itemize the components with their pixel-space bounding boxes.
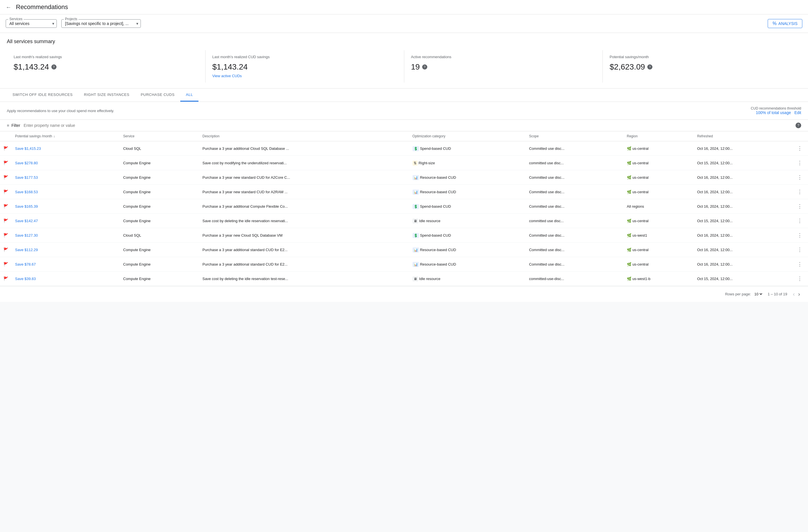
analysis-button[interactable]: % ANALYSIS bbox=[768, 19, 802, 28]
table-row: 🚩 Save $177.53 Compute Engine Purchase a… bbox=[0, 170, 808, 185]
table-row: 🚩 Save $278.80 Compute Engine Save cost … bbox=[0, 156, 808, 170]
flag-icon: 🚩 bbox=[3, 204, 8, 209]
tabs: SWITCH OFF IDLE RESOURCES RIGHT SIZE INS… bbox=[0, 89, 808, 101]
tab-all[interactable]: ALL bbox=[180, 89, 199, 101]
optimization-cell: 🖥 Idle resource bbox=[409, 271, 526, 286]
pagination: Rows per page: 10 25 50 1 – 10 of 19 ‹ › bbox=[0, 286, 808, 302]
optimization-cell: 📊 Resource-based CUD bbox=[409, 170, 526, 185]
th-region: Region bbox=[623, 131, 694, 141]
projects-label: Projects bbox=[64, 17, 78, 21]
rows-per-page-select[interactable]: 10 25 50 bbox=[753, 292, 763, 297]
page-title: Recommendations bbox=[16, 3, 68, 11]
summary-card-potential-savings: Potential savings/month $2,623.09 ? bbox=[603, 50, 801, 82]
table-row: 🚩 Save $39.83 Compute Engine Save cost b… bbox=[0, 271, 808, 286]
service-cell: Compute Engine bbox=[120, 156, 199, 170]
scope-cell: Committed use disc... bbox=[526, 243, 623, 257]
scope-cell: Committed use disc... bbox=[526, 141, 623, 156]
save-link[interactable]: Save $1,415.23 bbox=[15, 147, 41, 151]
more-options-button[interactable]: ⋮ bbox=[795, 231, 805, 240]
info-icon[interactable]: ? bbox=[647, 64, 653, 70]
savings-cell: Save $177.53 bbox=[12, 170, 120, 185]
summary-title: All services summary bbox=[7, 39, 801, 44]
more-options-button[interactable]: ⋮ bbox=[795, 260, 805, 268]
tab-purchase-cuds[interactable]: PURCHASE CUDS bbox=[135, 89, 180, 101]
projects-value: [Savings not specific to a project], ... bbox=[65, 21, 129, 26]
actions-cell: ⋮ bbox=[791, 141, 808, 156]
flag-icon: 🚩 bbox=[3, 175, 8, 179]
more-options-button[interactable]: ⋮ bbox=[795, 188, 805, 196]
tabs-section: SWITCH OFF IDLE RESOURCES RIGHT SIZE INS… bbox=[0, 89, 808, 102]
save-link[interactable]: Save $127.30 bbox=[15, 233, 38, 238]
more-options-button[interactable]: ⋮ bbox=[795, 158, 805, 167]
projects-select[interactable]: Projects [Savings not specific to a proj… bbox=[61, 19, 141, 28]
card-label-realized-savings: Last month's realized savings bbox=[14, 55, 199, 59]
refreshed-cell: Oct 16, 2024, 12:00... bbox=[694, 170, 791, 185]
save-link[interactable]: Save $168.53 bbox=[15, 190, 38, 194]
card-value-potential-savings: $2,623.09 ? bbox=[609, 62, 794, 72]
tab-switch-off-idle[interactable]: SWITCH OFF IDLE RESOURCES bbox=[7, 89, 78, 101]
more-options-button[interactable]: ⋮ bbox=[795, 202, 805, 211]
flag-cell: 🚩 bbox=[0, 271, 12, 286]
region-cell: 🌿 us-central bbox=[623, 170, 694, 185]
flag-cell: 🚩 bbox=[0, 199, 12, 214]
save-link[interactable]: Save $112.29 bbox=[15, 248, 38, 252]
threshold-edit-link[interactable]: Edit bbox=[794, 110, 801, 115]
description-cell: Purchase a 3 year additional standard CU… bbox=[199, 257, 409, 271]
more-options-button[interactable]: ⋮ bbox=[795, 216, 805, 225]
th-description: Description bbox=[199, 131, 409, 141]
table-row: 🚩 Save $168.53 Compute Engine Purchase a… bbox=[0, 185, 808, 199]
service-cell: Compute Engine bbox=[120, 185, 199, 199]
save-link[interactable]: Save $142.47 bbox=[15, 219, 38, 223]
save-link[interactable]: Save $39.83 bbox=[15, 277, 36, 281]
filter-input[interactable] bbox=[23, 123, 795, 128]
more-options-button[interactable]: ⋮ bbox=[795, 144, 805, 153]
optimization-cell: ⇅ Right-size bbox=[409, 156, 526, 170]
page-info: 1 – 10 of 19 bbox=[768, 292, 787, 296]
more-options-button[interactable]: ⋮ bbox=[795, 173, 805, 182]
region-cell: 🌿 us-central bbox=[623, 141, 694, 156]
flag-icon: 🚩 bbox=[3, 160, 8, 165]
back-button[interactable]: ← bbox=[6, 4, 11, 11]
refreshed-cell: Oct 15, 2024, 12:00... bbox=[694, 156, 791, 170]
table-row: 🚩 Save $78.67 Compute Engine Purchase a … bbox=[0, 257, 808, 271]
actions-cell: ⋮ bbox=[791, 185, 808, 199]
analysis-icon: % bbox=[772, 21, 776, 26]
th-scope: Scope bbox=[526, 131, 623, 141]
help-icon[interactable]: ? bbox=[795, 122, 801, 128]
flag-icon: 🚩 bbox=[3, 262, 8, 266]
scope-cell: Committed use disc... bbox=[526, 185, 623, 199]
scope-cell: committed use disc... bbox=[526, 214, 623, 228]
card-value-active-rec: 19 ? bbox=[411, 62, 596, 72]
services-select[interactable]: Services All services ▾ bbox=[6, 19, 57, 28]
th-savings[interactable]: Potential savings /month ↓ bbox=[12, 131, 120, 141]
more-options-button[interactable]: ⋮ bbox=[795, 245, 805, 254]
tab-right-size[interactable]: RIGHT SIZE INSTANCES bbox=[78, 89, 135, 101]
service-cell: Compute Engine bbox=[120, 199, 199, 214]
region-cell: 🌿 us-central bbox=[623, 257, 694, 271]
prev-page-button[interactable]: ‹ bbox=[792, 290, 796, 299]
service-cell: Cloud SQL bbox=[120, 141, 199, 156]
more-options-button[interactable]: ⋮ bbox=[795, 274, 805, 283]
info-icon[interactable]: ? bbox=[422, 64, 427, 70]
description-cell: Purchase a 3 year new standard CUD for A… bbox=[199, 170, 409, 185]
region-cell: 🌿 us-central bbox=[623, 185, 694, 199]
filter-bar: ≡ Filter ? bbox=[0, 120, 808, 131]
analysis-label: ANALYSIS bbox=[778, 21, 797, 26]
view-active-cuds-link[interactable]: View active CUDs bbox=[213, 74, 397, 78]
service-cell: Compute Engine bbox=[120, 271, 199, 286]
save-link[interactable]: Save $177.53 bbox=[15, 175, 38, 179]
flag-cell: 🚩 bbox=[0, 156, 12, 170]
chevron-down-icon: ▾ bbox=[136, 21, 138, 26]
save-link[interactable]: Save $78.67 bbox=[15, 262, 36, 266]
save-link[interactable]: Save $278.80 bbox=[15, 161, 38, 165]
next-page-button[interactable]: › bbox=[797, 290, 801, 299]
description-cell: Save cost by deleting the idle reservati… bbox=[199, 214, 409, 228]
content-area: Apply recommendations to use your cloud … bbox=[0, 102, 808, 302]
info-icon[interactable]: ? bbox=[51, 64, 56, 70]
optimization-cell: 💲 Spend-based CUD bbox=[409, 141, 526, 156]
optimization-cell: 💲 Spend-based CUD bbox=[409, 199, 526, 214]
save-link[interactable]: Save $165.39 bbox=[15, 204, 38, 209]
flag-cell: 🚩 bbox=[0, 185, 12, 199]
description-cell: Purchase a 3 year additional Compute Fle… bbox=[199, 199, 409, 214]
top-bar: ← Recommendations bbox=[0, 0, 808, 15]
